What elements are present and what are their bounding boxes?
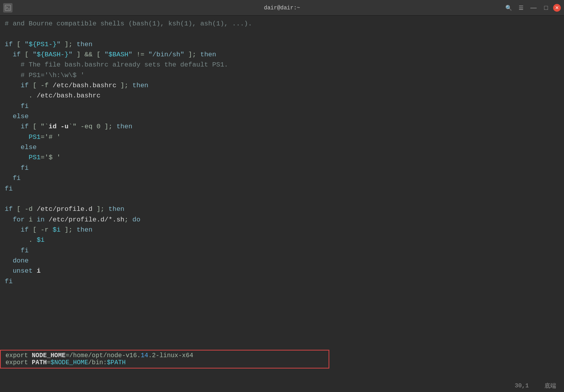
export-line-1: export NODE_HOME=/home/opt/node-v16.14.2… — [5, 352, 324, 359]
editor-mode: 底端 — [544, 382, 556, 390]
export-section: export NODE_HOME=/home/opt/node-v16.14.2… — [0, 350, 329, 369]
close-button[interactable]: ✕ — [553, 4, 561, 12]
line-fi-end: fi — [5, 277, 559, 287]
cursor-position: 30,1 — [515, 383, 529, 389]
line-fi2: fi — [5, 163, 559, 173]
terminal-icon — [3, 3, 13, 13]
line-if-profile: if [ -d /etc/profile.d ]; then — [5, 204, 559, 214]
line-if-bash: if [ "${BASH-}" ] && [ "$BASH" != "/bin/… — [5, 50, 559, 60]
line-blank-2 — [5, 194, 559, 204]
line-if-id: if [ "`id -u`" -eq 0 ]; then — [5, 122, 559, 132]
search-button[interactable]: 🔍 — [503, 2, 514, 13]
line-for-profile: for i in /etc/profile.d/*.sh; do — [5, 215, 559, 225]
statusbar: 30,1 底端 — [0, 379, 564, 392]
maximize-button[interactable]: □ — [541, 2, 551, 13]
line-fi4: fi — [5, 246, 559, 256]
line-if-ps1: if [ "${PS1-}" ]; then — [5, 40, 559, 50]
line-if-r: if [ -r $i ]; then — [5, 225, 559, 235]
export-line-2: export PATH=$NODE_HOME/bin:$PATH — [5, 359, 324, 366]
line-1: # and Bourne compatible shells (bash(1),… — [5, 19, 559, 29]
line-fi3: fi — [5, 173, 559, 183]
terminal-area: # and Bourne compatible shells (bash(1),… — [0, 16, 564, 392]
line-else2: else — [5, 142, 559, 153]
titlebar-title: dair@dair:~ — [264, 5, 300, 11]
line-done: done — [5, 256, 559, 266]
titlebar-controls: 🔍 ☰ — □ ✕ — [503, 2, 561, 13]
titlebar-left — [3, 3, 13, 13]
titlebar: dair@dair:~ 🔍 ☰ — □ ✕ — [0, 0, 564, 16]
code-content: # and Bourne compatible shells (bash(1),… — [5, 19, 559, 287]
menu-button[interactable]: ☰ — [516, 2, 526, 13]
line-dot-i: . $i — [5, 235, 559, 245]
line-ps1-dollar: PS1='$ ' — [5, 153, 559, 163]
line-else1: else — [5, 111, 559, 122]
line-unset: unset i — [5, 266, 559, 276]
line-blank-1 — [5, 29, 559, 39]
line-dot-etc: . /etc/bash.bashrc — [5, 91, 559, 101]
line-comment-ps1: # PS1='\h:\w\$ ' — [5, 70, 559, 81]
line-if-etc: if [ -f /etc/bash.bashrc ]; then — [5, 81, 559, 91]
line-ps1-hash: PS1='# ' — [5, 132, 559, 142]
line-comment-file: # The file bash.bashrc already sets the … — [5, 60, 559, 70]
line-fi1: fi — [5, 101, 559, 111]
minimize-button[interactable]: — — [528, 2, 539, 13]
line-fi-top: fi — [5, 184, 559, 194]
